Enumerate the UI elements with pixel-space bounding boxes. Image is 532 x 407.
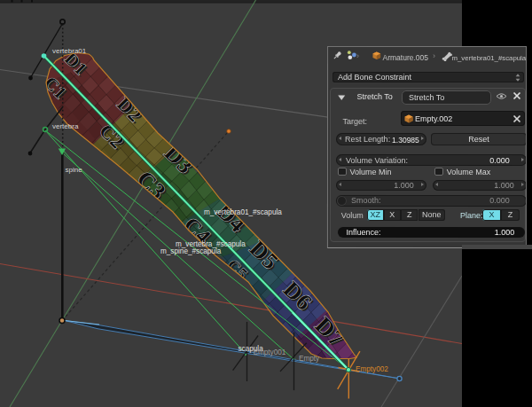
svg-text:m_spine_#scapula: m_spine_#scapula [160, 247, 222, 255]
svg-text:vertebra: vertebra [52, 122, 79, 130]
svg-text:Empty001: Empty001 [254, 348, 286, 356]
svg-text:Empty002: Empty002 [356, 365, 388, 373]
svg-text:m_vertebra01_#scapula: m_vertebra01_#scapula [204, 208, 282, 216]
svg-text:Empty: Empty [299, 355, 320, 363]
svg-text:spine: spine [66, 166, 83, 174]
svg-text:vertebra01: vertebra01 [52, 47, 87, 55]
